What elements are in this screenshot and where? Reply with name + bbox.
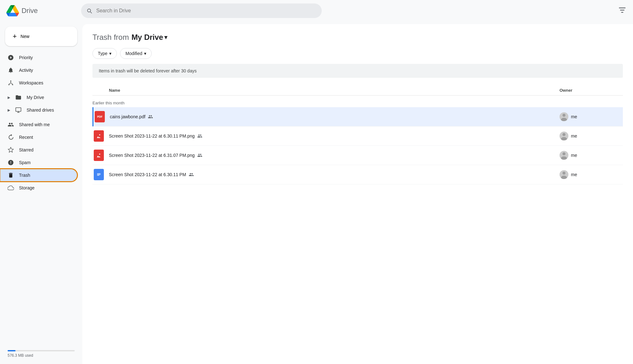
svg-point-7 [99, 134, 100, 136]
pdf-file-icon: PDF [93, 110, 106, 123]
sidebar-item-activity[interactable]: Activity [0, 64, 77, 77]
logo-area: Drive [6, 4, 76, 17]
time-group-earlier: Earlier this month PDF cains jawbone.pdf [92, 97, 623, 184]
sidebar-item-recent[interactable]: Recent [0, 131, 77, 144]
avatar [560, 151, 568, 160]
avatar [560, 170, 568, 179]
file-name: Screen Shot 2023-11-22 at 6.30.11 PM [109, 172, 186, 177]
sidebar-item-priority-label: Priority [19, 55, 33, 60]
image-file-icon [92, 149, 105, 162]
sidebar-item-storage-label: Storage [19, 185, 35, 190]
file-list-header: Name Owner [92, 85, 623, 96]
file-owner: me [560, 112, 623, 121]
topbar: Drive [0, 0, 633, 22]
sidebar-item-spam[interactable]: Spam [0, 156, 77, 169]
sidebar-item-starred[interactable]: Starred [0, 144, 77, 156]
storage-used-label: 576.3 MB used [8, 353, 75, 358]
svg-point-12 [562, 152, 565, 155]
owner-name: me [571, 172, 577, 177]
sidebar-item-storage[interactable]: Storage [0, 182, 77, 194]
svg-point-8 [562, 133, 565, 136]
sidebar-item-shared-drives[interactable]: ▶ Shared drives [0, 104, 77, 116]
image-file-icon [92, 130, 105, 142]
svg-point-4 [562, 114, 565, 117]
sidebar-item-recent-label: Recent [19, 135, 33, 140]
col-owner-header: Owner [560, 88, 623, 93]
modified-filter-button[interactable]: Modified ▾ [120, 48, 152, 59]
search-bar[interactable] [81, 3, 322, 18]
svg-point-1 [9, 84, 9, 85]
sidebar-item-workspaces-label: Workspaces [19, 80, 43, 85]
table-row[interactable]: PDF cains jawbone.pdf me [92, 107, 623, 126]
svg-point-5 [561, 118, 567, 121]
sidebar-item-spam-label: Spam [19, 160, 31, 165]
search-input[interactable] [96, 8, 317, 14]
sidebar-item-activity-label: Activity [19, 68, 33, 73]
sidebar-item-my-drive-label: My Drive [27, 95, 44, 100]
modified-filter-arrow-icon: ▾ [144, 51, 146, 56]
sidebar-item-shared-with-me[interactable]: Shared with me [0, 118, 77, 131]
filter-settings-icon[interactable] [618, 6, 627, 15]
shared-icon [197, 133, 202, 139]
trash-notice: Items in trash will be deleted forever a… [92, 64, 623, 78]
new-plus-icon: + [13, 32, 17, 40]
svg-point-11 [99, 154, 100, 155]
svg-rect-16 [97, 174, 101, 175]
shared-drives-icon [15, 107, 22, 113]
svg-rect-15 [97, 173, 101, 174]
page-title-drive[interactable]: My Drive ▾ [131, 33, 167, 42]
shared-icon [189, 172, 194, 177]
svg-point-9 [561, 137, 567, 141]
main-content: Trash from My Drive ▾ Type ▾ Modified ▾ … [82, 24, 633, 364]
svg-point-13 [561, 157, 567, 160]
sidebar-item-priority[interactable]: Priority [0, 51, 77, 64]
file-name: cains jawbone.pdf [110, 114, 145, 119]
search-icon [86, 8, 92, 14]
page-title-row: Trash from My Drive ▾ [92, 33, 623, 42]
svg-rect-10 [95, 152, 102, 159]
sidebar-item-my-drive[interactable]: ▶ My Drive [0, 91, 77, 104]
file-name-area: Screen Shot 2023-11-22 at 6.30.11 PM [109, 172, 560, 177]
sidebar-item-workspaces[interactable]: Workspaces [0, 77, 77, 89]
type-filter-button[interactable]: Type ▾ [92, 48, 117, 59]
drive-logo-icon [6, 4, 19, 17]
table-row[interactable]: Screen Shot 2023-11-22 at 6.31.07 PM.png… [92, 146, 623, 165]
type-filter-arrow-icon: ▾ [109, 51, 111, 56]
svg-point-2 [12, 84, 13, 85]
star-icon [8, 147, 14, 153]
file-owner: me [560, 170, 623, 179]
svg-point-19 [561, 176, 567, 179]
priority-icon [8, 54, 14, 61]
owner-name: me [571, 153, 577, 158]
time-group-label: Earlier this month [92, 97, 623, 107]
spam-icon [8, 159, 14, 166]
shared-icon [197, 153, 202, 158]
sidebar-item-trash-label: Trash [19, 173, 30, 178]
new-button[interactable]: + New [5, 27, 77, 46]
svg-point-18 [562, 172, 565, 175]
col-name-header: Name [92, 88, 560, 93]
sidebar-item-trash[interactable]: Trash [0, 169, 77, 182]
table-row[interactable]: Screen Shot 2023-11-22 at 6.30.11 PM.png… [92, 126, 623, 146]
sidebar-item-shared-drives-label: Shared drives [27, 108, 54, 113]
storage-bar-fill [8, 350, 16, 351]
trash-icon [8, 172, 14, 178]
app-title: Drive [22, 7, 38, 15]
table-row[interactable]: Screen Shot 2023-11-22 at 6.30.11 PM me [92, 165, 623, 184]
trash-notice-text: Items in trash will be deleted forever a… [99, 68, 197, 73]
sidebar-item-shared-with-me-label: Shared with me [19, 122, 50, 127]
file-name: Screen Shot 2023-11-22 at 6.30.11 PM.png [109, 133, 195, 139]
drive-dropdown-arrow-icon: ▾ [164, 34, 167, 41]
avatar [560, 132, 568, 140]
sidebar-item-starred-label: Starred [19, 147, 34, 152]
storage-icon [8, 185, 14, 191]
page-title-static: Trash from [92, 33, 129, 42]
my-drive-chevron-icon: ▶ [8, 96, 10, 100]
drive-title-text: My Drive [131, 33, 163, 42]
new-button-label: New [21, 34, 29, 39]
file-name-area: Screen Shot 2023-11-22 at 6.31.07 PM.png [109, 153, 560, 158]
my-drive-icon [15, 94, 22, 101]
shared-with-me-icon [8, 121, 14, 128]
file-name-area: cains jawbone.pdf [110, 114, 560, 119]
recent-icon [8, 134, 14, 140]
